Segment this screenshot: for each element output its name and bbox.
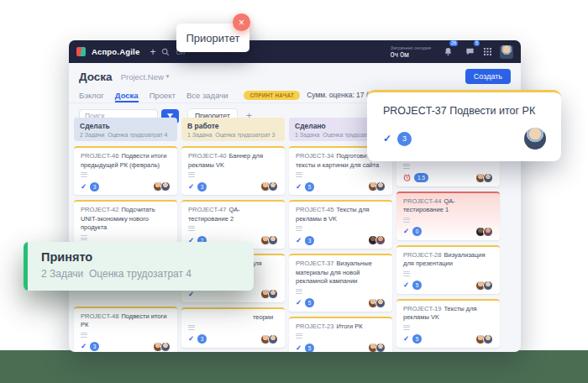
avatar bbox=[483, 281, 493, 291]
check-icon: ✓ bbox=[403, 281, 409, 289]
quick-add-button[interactable]: + bbox=[150, 47, 155, 57]
assignees bbox=[368, 235, 386, 245]
user-avatar[interactable] bbox=[500, 45, 513, 59]
card-title: PROJECT-23Итоги РК bbox=[296, 323, 386, 332]
card-footer: ✓ 5 bbox=[403, 334, 493, 344]
avatar bbox=[375, 298, 386, 308]
accepted-column-callout: Принято 2 Задачи Оценка трудозатрат 4 bbox=[24, 242, 254, 291]
assignees bbox=[475, 281, 493, 291]
card-title: PROJECT-48Подвести итоги РК bbox=[81, 312, 171, 330]
popup-card-title: PROJECT-37 Подвести итог РК bbox=[383, 105, 546, 117]
card-id: PROJECT-44 bbox=[403, 197, 441, 205]
messages-button[interactable]: 5 bbox=[465, 45, 475, 60]
app-logo-icon bbox=[76, 47, 86, 56]
card-id: PROJECT-46 bbox=[81, 152, 118, 160]
create-button[interactable]: Создать bbox=[465, 69, 511, 84]
clock-icon bbox=[403, 174, 411, 181]
avatar bbox=[375, 181, 386, 192]
tab-all-tasks[interactable]: Все задачи bbox=[186, 87, 228, 102]
card-text: теории bbox=[253, 313, 273, 321]
messages-badge: 5 bbox=[474, 40, 480, 46]
check-icon: ✓ bbox=[296, 183, 302, 191]
card-id: PROJECT-23 bbox=[296, 323, 333, 330]
estimate-badge: 3 bbox=[197, 182, 207, 192]
task-card-popup[interactable]: PROJECT-37 Подвести итог РК ✓ 3 bbox=[367, 90, 561, 161]
task-card[interactable]: PROJECT-19Тексты для рекламы VK ✓ 5 bbox=[396, 299, 500, 348]
avatar bbox=[483, 173, 493, 183]
avatar bbox=[483, 227, 493, 237]
task-card[interactable]: PROJECT-37Визуальные материалы для новой… bbox=[289, 254, 392, 312]
chevron-down-icon: ▾ bbox=[166, 73, 170, 80]
callout-title: Принято bbox=[41, 250, 254, 264]
check-icon: ✓ bbox=[403, 335, 409, 343]
notifications-badge: 26 bbox=[449, 40, 458, 46]
check-icon: ✓ bbox=[188, 335, 194, 343]
card-footer: 1.5 bbox=[403, 173, 493, 183]
notifications-button[interactable]: 26 bbox=[444, 45, 453, 60]
description-icon bbox=[296, 172, 302, 177]
top-navbar: Аспро.Agile + Сп Затрачено сегодня 0ч 0м… bbox=[69, 40, 521, 63]
task-card[interactable]: PROJECT-48Подвести итоги РК ✓ 3 bbox=[74, 307, 177, 353]
estimate-badge: 5 bbox=[305, 298, 314, 307]
avatar bbox=[375, 235, 386, 245]
assignees bbox=[368, 298, 386, 308]
estimate-badge: 5 bbox=[412, 281, 422, 290]
time-tracker: Затрачено сегодня 0ч 0м bbox=[391, 45, 431, 59]
task-card[interactable]: PROJECT-45Тексты для рекламы в VK ✓ 3 bbox=[289, 200, 392, 249]
card-footer: ✓ 3 bbox=[81, 181, 171, 192]
task-card[interactable]: PROJECT-28Визуализация для презентации ✓… bbox=[396, 245, 500, 294]
card-id: PROJECT-47 bbox=[188, 206, 226, 213]
column-header: В работе 1 Задача Оценка трудозатрат 3 bbox=[181, 118, 285, 141]
avatar bbox=[268, 289, 278, 299]
check-icon: ✓ bbox=[188, 183, 194, 191]
task-card[interactable]: PROJECT-46Подвести итоги предыдущей РК (… bbox=[74, 146, 177, 195]
time-tracker-label: Затрачено сегодня bbox=[391, 45, 431, 50]
description-icon bbox=[403, 325, 410, 330]
project-selector[interactable]: Project.New ▾ bbox=[121, 72, 170, 81]
task-card[interactable]: PROJECT-40Баннер для рекламы VK ✓ 3 bbox=[181, 146, 285, 195]
avatar bbox=[375, 343, 386, 352]
description-icon bbox=[403, 164, 410, 169]
task-card[interactable]: теории ✓ 3 bbox=[181, 307, 285, 348]
bottom-band bbox=[0, 350, 588, 383]
description-icon bbox=[296, 226, 302, 231]
check-icon: ✓ bbox=[296, 344, 302, 352]
card-id: PROJECT-34 bbox=[296, 152, 333, 160]
tab-backlog[interactable]: Бэклог bbox=[79, 87, 104, 102]
assignees bbox=[153, 181, 171, 192]
check-icon: ✓ bbox=[383, 133, 391, 144]
description-icon bbox=[188, 172, 195, 177]
avatar bbox=[524, 128, 546, 150]
column-header: Сделать 2 Задачи Оценка трудозатрат 4 bbox=[74, 118, 177, 141]
description-icon bbox=[81, 172, 87, 177]
description-icon bbox=[296, 333, 302, 338]
card-footer: ✓ 0 bbox=[403, 227, 493, 237]
card-id: PROJECT-45 bbox=[296, 206, 333, 213]
description-icon bbox=[403, 271, 410, 276]
card-title: PROJECT-42Подсчитать UNIT-экономику ново… bbox=[81, 206, 171, 233]
tab-project[interactable]: Проект bbox=[150, 87, 176, 102]
avatar bbox=[268, 334, 278, 344]
task-card[interactable]: PROJECT-23Итоги РК ✓ 5 bbox=[289, 317, 392, 353]
description-icon bbox=[403, 218, 410, 223]
card-id: PROJECT-37 bbox=[296, 260, 333, 267]
estimate-badge: 5 bbox=[412, 334, 422, 344]
assignees bbox=[260, 289, 278, 299]
card-footer: ✓ 5 bbox=[403, 281, 493, 291]
card-title: PROJECT-19Тексты для рекламы VK bbox=[403, 305, 493, 323]
card-footer: ✓ 3 bbox=[81, 342, 171, 352]
task-card-highlighted[interactable]: PROJECT-44QA-тестирование 1 ✓ 0 bbox=[396, 192, 500, 240]
apps-grid-icon[interactable] bbox=[484, 48, 491, 55]
check-icon: ✓ bbox=[188, 291, 194, 298]
card-footer: ✓ 3 bbox=[188, 334, 278, 344]
card-id: PROJECT-19 bbox=[403, 305, 441, 312]
accent-bar bbox=[24, 242, 28, 291]
tab-board[interactable]: Доска bbox=[115, 87, 139, 102]
search-icon[interactable] bbox=[161, 48, 170, 56]
assignees bbox=[260, 235, 278, 245]
assignees bbox=[475, 334, 493, 344]
close-icon[interactable]: × bbox=[233, 13, 250, 31]
description-icon bbox=[81, 333, 87, 338]
estimate-badge: 0 bbox=[412, 227, 422, 236]
card-title: PROJECT-45Тексты для рекламы в VK bbox=[296, 206, 386, 223]
